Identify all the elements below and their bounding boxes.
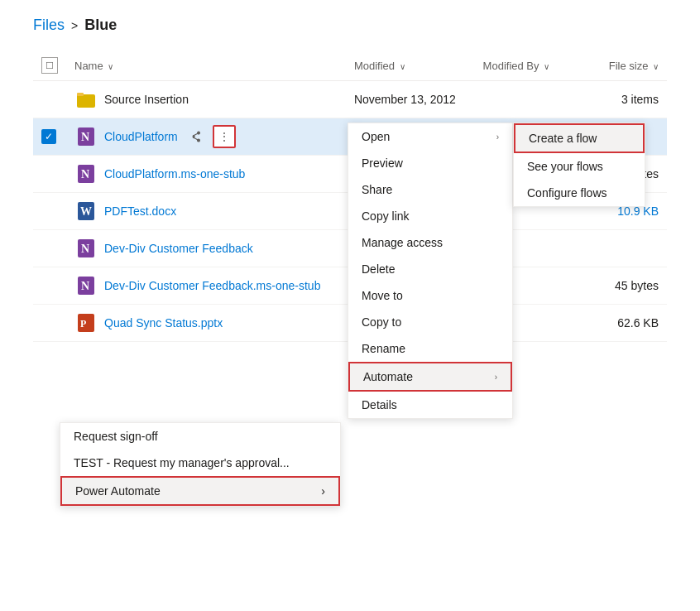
- menu-item-copy-link[interactable]: Copy link: [348, 203, 512, 229]
- menu-item-open[interactable]: Open ›: [348, 123, 512, 150]
- menu-item-details[interactable]: Details: [348, 392, 512, 418]
- checkbox-empty[interactable]: [41, 166, 56, 181]
- name-cell: P Quad Sync Status.pptx: [74, 311, 338, 334]
- menu-item-delete[interactable]: Delete: [348, 256, 512, 282]
- name-cell: Source Insertion: [74, 88, 338, 111]
- breadcrumb: Files > Blue: [33, 17, 667, 34]
- context-menu-secondary: Create a flow See your flows Configure f…: [513, 123, 645, 207]
- file-name[interactable]: Source Insertion: [104, 93, 189, 106]
- svg-text:N: N: [81, 243, 89, 255]
- th-name[interactable]: Name ∨: [66, 51, 346, 81]
- name-cell: N Dev-Div Customer Feedback.ms-one-stub: [74, 274, 338, 297]
- menu-item-share[interactable]: Share: [348, 176, 512, 203]
- table-row[interactable]: Source Insertion November 13, 20123 item…: [33, 81, 667, 118]
- name-cell: N CloudPlatform ⋮: [74, 125, 338, 148]
- open-chevron-icon: ›: [496, 132, 499, 142]
- share-icon[interactable]: [185, 125, 208, 148]
- menu-item-copy-to[interactable]: Copy to: [348, 309, 512, 335]
- file-size: [588, 230, 667, 267]
- checkbox-empty[interactable]: [41, 278, 56, 293]
- left-context-menu: Request sign-off TEST - Request my manag…: [60, 422, 341, 507]
- checkbox-empty[interactable]: [41, 204, 56, 219]
- svg-text:W: W: [80, 205, 92, 218]
- context-menu-primary: Open › Preview Share Copy link Manage ac…: [348, 123, 513, 419]
- th-modified[interactable]: Modified ∨: [346, 51, 475, 81]
- menu-item-move-to[interactable]: Move to: [348, 282, 512, 309]
- menu-item-configure-flows[interactable]: Configure flows: [514, 180, 645, 206]
- row-actions: ⋮: [185, 125, 236, 148]
- th-modified-by[interactable]: Modified By ∨: [475, 51, 588, 81]
- modified-by: [475, 81, 588, 118]
- file-name[interactable]: Dev-Div Customer Feedback.ms-one-stub: [104, 279, 320, 292]
- file-name[interactable]: Dev-Div Customer Feedback: [104, 242, 253, 255]
- modby-sort-icon: ∨: [544, 62, 549, 71]
- svg-text:P: P: [80, 318, 86, 330]
- file-size: 3 items: [588, 81, 667, 118]
- th-file-size[interactable]: File size ∨: [588, 51, 667, 81]
- page-container: Files > Blue ☐ Name ∨ Modified ∨: [0, 0, 700, 358]
- onenote-icon: N: [74, 125, 98, 148]
- file-size: 62.6 KB: [588, 305, 667, 342]
- name-cell: N CloudPlatform.ms-one-stub: [74, 162, 338, 185]
- ppt-icon: P: [74, 311, 98, 334]
- onenote-icon: N: [74, 274, 98, 297]
- file-name[interactable]: Quad Sync Status.pptx: [104, 316, 223, 330]
- name-sort-icon: ∨: [108, 62, 113, 71]
- breadcrumb-root[interactable]: Files: [33, 17, 65, 34]
- menu-item-automate[interactable]: Automate ›: [348, 362, 512, 392]
- checkbox-selected[interactable]: ✓: [41, 129, 56, 144]
- table-header-row: ☐ Name ∨ Modified ∨ Modified By ∨ File s…: [33, 51, 667, 81]
- menu-item-see-flows[interactable]: See your flows: [514, 153, 645, 180]
- folder-icon: [74, 88, 98, 111]
- modified-sort-icon: ∨: [400, 62, 405, 71]
- th-checkbox: ☐: [33, 51, 66, 81]
- breadcrumb-current: Blue: [84, 17, 117, 34]
- file-size: 45 bytes: [588, 267, 667, 305]
- size-sort-icon: ∨: [653, 62, 659, 71]
- menu-item-rename[interactable]: Rename: [348, 335, 512, 362]
- checkbox-empty[interactable]: [41, 241, 56, 256]
- name-cell: W PDFTest.docx: [74, 200, 338, 223]
- modified-date: November 13, 2012: [346, 81, 475, 118]
- more-options-icon[interactable]: ⋮: [213, 125, 236, 148]
- menu-item-request-signoff[interactable]: Request sign-off: [60, 423, 340, 450]
- onenote-icon: N: [74, 162, 98, 185]
- menu-item-preview[interactable]: Preview: [348, 150, 512, 176]
- svg-text:N: N: [81, 168, 89, 180]
- checkbox-empty[interactable]: [41, 315, 56, 330]
- checkbox-empty[interactable]: [41, 92, 56, 107]
- menu-item-manage-access[interactable]: Manage access: [348, 229, 512, 256]
- menu-item-request-approval[interactable]: TEST - Request my manager's approval...: [60, 450, 340, 476]
- svg-text:N: N: [81, 131, 89, 143]
- svg-rect-2: [77, 93, 84, 96]
- power-automate-chevron-icon: ›: [321, 484, 325, 498]
- menu-item-create-flow[interactable]: Create a flow: [514, 123, 645, 153]
- file-name[interactable]: CloudPlatform.ms-one-stub: [104, 167, 245, 180]
- word-icon: W: [74, 200, 98, 223]
- onenote-icon: N: [74, 237, 98, 260]
- svg-text:N: N: [81, 280, 89, 292]
- name-cell: N Dev-Div Customer Feedback: [74, 237, 338, 260]
- file-name[interactable]: CloudPlatform: [104, 130, 178, 143]
- automate-chevron-icon: ›: [495, 373, 497, 382]
- menu-item-power-automate[interactable]: Power Automate ›: [60, 476, 340, 506]
- file-name[interactable]: PDFTest.docx: [104, 204, 176, 218]
- breadcrumb-separator: >: [71, 19, 78, 32]
